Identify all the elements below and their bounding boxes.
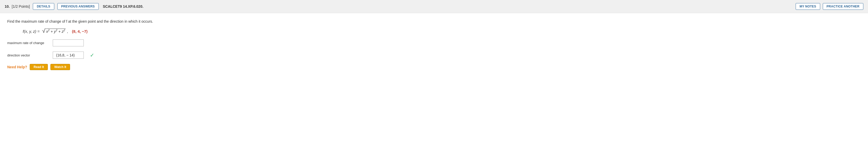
direction-value-box: (16,8, − 14) xyxy=(53,51,84,59)
sqrt-symbol: √ xyxy=(42,28,45,34)
checkmark-icon: ✓ xyxy=(90,52,94,58)
need-help-label: Need Help? xyxy=(7,65,27,69)
formula-comma: , xyxy=(67,29,68,34)
max-rate-label: maximum rate of change xyxy=(7,41,49,45)
practice-another-button[interactable]: PRACTICE ANOTHER xyxy=(823,3,863,10)
watch-it-button[interactable]: Watch It xyxy=(51,64,70,70)
my-notes-button[interactable]: MY NOTES xyxy=(796,3,820,10)
direction-value: (16,8, − 14) xyxy=(56,53,75,57)
formula-prefix: f(x, y, z) = xyxy=(23,29,40,34)
direction-row: direction vector (16,8, − 14) ✓ xyxy=(7,51,861,59)
problem-statement: Find the maximum rate of change of f at … xyxy=(7,19,861,24)
need-help-section: Need Help? Read It Watch It xyxy=(7,64,861,70)
points-label: [1/2 Points] xyxy=(12,4,30,8)
question-body: Find the maximum rate of change of f at … xyxy=(0,13,868,75)
question-number: 10. [1/2 Points] xyxy=(5,4,30,8)
header-right-actions: MY NOTES PRACTICE ANOTHER xyxy=(796,3,863,10)
page-wrapper: 10. [1/2 Points] DETAILS PREVIOUS ANSWER… xyxy=(0,0,868,158)
source-label: SCALCET9 14.XP.6.020. xyxy=(103,4,144,8)
max-rate-row: maximum rate of change xyxy=(7,39,861,46)
math-formula: f(x, y, z) = √ x2 + y2 + z2 , (8, 4, −7) xyxy=(23,28,861,34)
question-header: 10. [1/2 Points] DETAILS PREVIOUS ANSWER… xyxy=(0,0,868,13)
number-label: 10. xyxy=(5,4,9,8)
previous-answers-button[interactable]: PREVIOUS ANSWERS xyxy=(57,3,99,10)
sqrt-content: x2 + y2 + z2 xyxy=(45,29,65,34)
read-it-button[interactable]: Read It xyxy=(30,64,48,70)
formula-point: (8, 4, −7) xyxy=(70,29,88,34)
max-rate-input[interactable] xyxy=(53,39,84,46)
direction-label: direction vector xyxy=(7,53,49,57)
sqrt-container: √ x2 + y2 + z2 xyxy=(42,28,65,34)
details-button[interactable]: DETAILS xyxy=(33,3,54,10)
